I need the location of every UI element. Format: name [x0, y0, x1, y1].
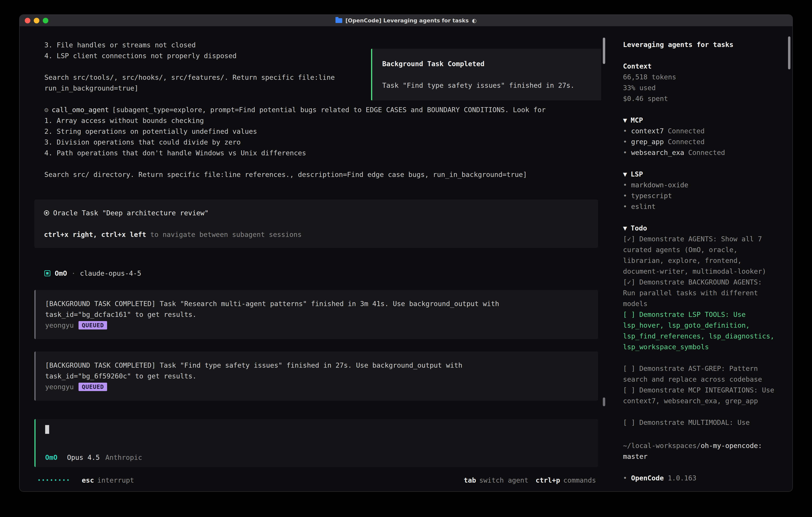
window-title: [OpenCode] Leveraging agents for tasks ◐	[336, 18, 477, 24]
bullet-icon: •	[623, 138, 627, 146]
todo-header-label: Todo	[631, 224, 647, 232]
chat-pane: 3. File handles or streams not closed 4.…	[20, 26, 608, 491]
spinner-dots-icon: ••••••••	[37, 477, 70, 483]
terminal-line: 2. String operations on potentially unde…	[20, 126, 608, 137]
chevron-down-icon: ▼	[623, 224, 627, 232]
message-text: task_id="bg_6f59260c" to get results.	[45, 371, 588, 381]
bullet-icon: •	[623, 202, 627, 211]
chat-scrollbar-thumb[interactable]	[603, 37, 605, 64]
context-tokens: 66,518 tokens	[623, 72, 777, 82]
close-button[interactable]	[25, 18, 30, 23]
zoom-button[interactable]	[43, 18, 48, 23]
tab-key-label: switch agent	[479, 476, 528, 484]
gear-icon: ⚙	[45, 106, 48, 114]
app-version-footer: •OpenCode1.0.163	[623, 472, 777, 483]
chat-scrollbar-thumb-lower[interactable]	[603, 398, 605, 406]
ctrlp-key-label: commands	[563, 476, 596, 484]
esc-key-hint: esc	[82, 476, 94, 484]
notification-title: Background Task Completed	[382, 58, 591, 69]
tab-key-hint: tab	[464, 476, 476, 484]
status-bar: •••••••• esc interrupt tab switch agent …	[20, 471, 608, 491]
prompt-input[interactable]: OmO Opus 4.5 Anthropic	[34, 419, 598, 467]
checkbox-empty-icon: [ ]	[623, 418, 635, 427]
agent-header: OmO · claude-opus-4-5	[45, 268, 608, 279]
todo-item: [ ]Demonstrate MULTIMODAL: Use	[623, 417, 777, 428]
app-version: 1.0.163	[668, 474, 696, 482]
message-text: task_id="bg_dcfac161" to get results.	[45, 309, 588, 320]
window-title-text: [OpenCode] Leveraging agents for tasks	[345, 18, 469, 24]
oracle-task-icon	[44, 210, 49, 216]
status-badge: QUEUED	[79, 383, 107, 391]
context-header: Context	[623, 61, 777, 72]
text-cursor	[45, 425, 49, 434]
todo-item: [✓]Demonstrate BACKGROUND AGENTS: Run pa…	[623, 277, 777, 309]
bullet-icon: •	[623, 192, 627, 200]
bullet-icon: •	[623, 181, 627, 189]
chevron-down-icon: ▼	[623, 116, 627, 124]
context-used: 33% used	[623, 82, 777, 93]
bullet-icon: •	[623, 474, 627, 482]
todo-item-active: [ ]Demonstrate LSP TOOLS: Use lsp_hover,…	[623, 309, 777, 352]
lsp-header-label: LSP	[631, 170, 643, 178]
oracle-task-panel: Oracle Task "Deep architecture review" c…	[34, 199, 598, 248]
todo-section-header[interactable]: ▼Todo	[623, 223, 777, 234]
workspace-name: oh-my-opencode:	[701, 442, 762, 450]
workspace-info: ~/local-workspaces/oh-my-opencode: maste…	[623, 440, 777, 483]
omo-agent-icon	[45, 270, 50, 276]
subagent-nav-hint: ctrl+x right, ctrl+x left to navigate be…	[44, 229, 588, 240]
input-meta: OmO Opus 4.5 Anthropic	[45, 454, 598, 461]
git-branch: master	[623, 451, 777, 462]
mcp-section-header[interactable]: ▼MCP	[623, 115, 777, 126]
agent-name: OmO	[55, 269, 67, 277]
minimize-button[interactable]	[34, 18, 39, 23]
folder-icon	[336, 18, 342, 23]
chevron-down-icon: ▼	[623, 170, 627, 178]
notification-body: Task "Find type safety issues" finished …	[382, 80, 591, 91]
separator-dot: ·	[71, 269, 75, 277]
mcp-item: •grep_appConnected	[623, 136, 777, 147]
session-title: Leveraging agents for tasks	[623, 39, 777, 50]
checkbox-empty-icon: [ ]	[623, 310, 635, 319]
loading-indicator-icon: ◐	[472, 18, 477, 24]
titlebar: [OpenCode] Leveraging agents for tasks ◐	[20, 15, 792, 26]
terminal-window: [OpenCode] Leveraging agents for tasks ◐…	[19, 15, 793, 492]
background-task-message: [BACKGROUND TASK COMPLETED] Task "Find t…	[34, 351, 598, 401]
checkbox-checked-icon: [✓]	[623, 278, 635, 286]
checkbox-empty-icon: [ ]	[623, 386, 635, 394]
message-text: [BACKGROUND TASK COMPLETED] Task "Find t…	[45, 360, 588, 371]
message-author: yeongyu	[45, 383, 74, 391]
oracle-task-title: Oracle Task "Deep architecture review"	[53, 208, 209, 218]
traffic-lights	[25, 15, 48, 26]
lsp-section-header[interactable]: ▼LSP	[623, 169, 777, 180]
tool-args: [subagent_type=explore, prompt=Find pote…	[112, 106, 546, 114]
toast-notification[interactable]: Background Task Completed Task "Find typ…	[371, 49, 601, 100]
terminal-line: Search src/ directory. Return specific f…	[20, 169, 608, 180]
checkbox-checked-icon: [✓]	[623, 235, 635, 243]
background-task-message: [BACKGROUND TASK COMPLETED] Task "Resear…	[34, 290, 598, 339]
message-text: [BACKGROUND TASK COMPLETED] Task "Resear…	[45, 298, 588, 309]
esc-key-label: interrupt	[97, 476, 134, 484]
status-badge: QUEUED	[79, 321, 107, 329]
message-author: yeongyu	[45, 321, 74, 329]
context-spent: $0.46 spent	[623, 93, 777, 104]
tool-call-line: ⚙call_omo_agent[subagent_type=explore, p…	[20, 104, 608, 115]
lsp-item: •typescript	[623, 190, 777, 201]
agent-model: claude-opus-4-5	[80, 269, 141, 277]
terminal-line: 4. Path operations that don't handle Win…	[20, 147, 608, 158]
active-model-label: Opus 4.5	[67, 454, 100, 461]
terminal-line: 1. Array access without bounds checking	[20, 115, 608, 126]
bullet-icon: •	[623, 127, 627, 135]
lsp-item: •markdown-oxide	[623, 180, 777, 190]
mcp-item: •context7Connected	[623, 126, 777, 136]
todo-item: [ ]Demonstrate AST-GREP: Pattern search …	[623, 363, 777, 385]
sidebar-scrollbar-thumb[interactable]	[788, 36, 790, 70]
checkbox-empty-icon: [ ]	[623, 364, 635, 373]
bullet-icon: •	[623, 148, 627, 157]
active-agent-label: OmO	[45, 454, 57, 461]
provider-label: Anthropic	[105, 454, 142, 461]
workspace-path: ~/local-workspaces/	[623, 442, 701, 450]
tool-name: call_omo_agent	[52, 106, 109, 114]
app-name: OpenCode	[631, 474, 664, 482]
mcp-item: •websearch_exaConnected	[623, 147, 777, 158]
sidebar: Leveraging agents for tasks Context 66,5…	[608, 26, 792, 491]
